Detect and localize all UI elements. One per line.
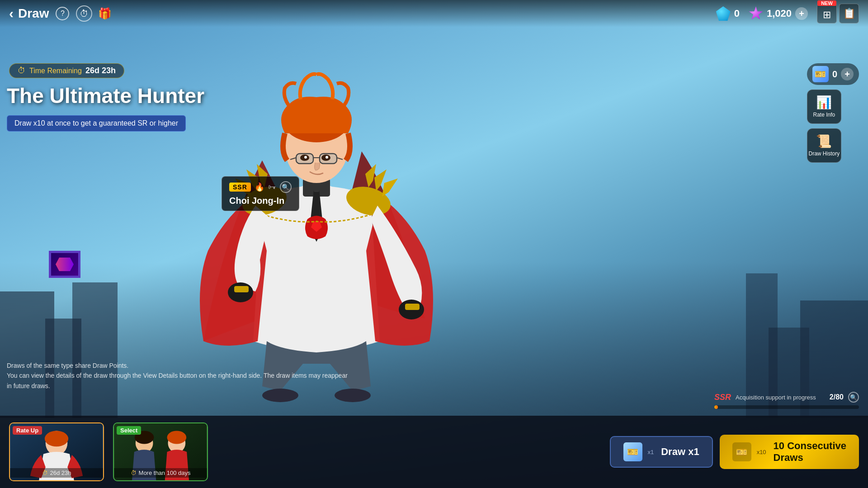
ssr-count: 2/80 <box>830 393 844 401</box>
svg-rect-19 <box>234 286 249 292</box>
ssr-badge: SSR <box>229 183 251 192</box>
draw-single-label: Draw x1 <box>661 446 699 458</box>
select-time-value: More than 100 days <box>139 469 191 476</box>
new-badge: NEW <box>817 0 836 6</box>
banner-title: The Ultimate Hunter <box>7 84 204 108</box>
svg-point-15 <box>304 156 307 159</box>
document-icon: 📋 <box>843 8 855 19</box>
help-button[interactable]: ? <box>56 7 69 20</box>
gem-currency: 0 <box>716 6 740 21</box>
draw-history-icon: 📜 <box>816 134 832 149</box>
fire-icon: 🔥 <box>255 182 264 192</box>
ssr-label: SSR <box>714 393 731 402</box>
gem-value: 0 <box>734 8 740 19</box>
key-icon: 🗝 <box>268 183 276 192</box>
top-bar: ‹ Draw ? ⏱ 🎁 0 1,020 + NEW ⊞ 📋 <box>0 0 868 27</box>
ssr-progress-description: Acquisition support in progress <box>736 394 825 401</box>
bottom-info-line1: Draws of the same type share Draw Points… <box>7 361 348 371</box>
ticket-count: 0 <box>832 69 837 80</box>
gift-button[interactable]: 🎁 <box>97 5 113 22</box>
top-right-icons: NEW ⊞ 📋 <box>817 4 859 23</box>
bottom-info-text: Draws of the same type share Draw Points… <box>7 361 348 391</box>
select-timer-icon: ⏱ <box>131 469 137 476</box>
select-label: Select <box>117 426 141 435</box>
character-detail-button[interactable]: 🔍 <box>280 181 292 193</box>
ssr-progress-bar-fill <box>714 405 718 409</box>
star-gem-icon <box>749 6 763 21</box>
bottom-info-line2: You can view the details of the draw thr… <box>7 371 348 380</box>
rate-up-banner-card[interactable]: Rate Up ⏱ 26d 23h <box>9 422 104 481</box>
document-button[interactable]: 📋 <box>839 4 859 23</box>
rate-up-timer: ⏱ 26d 23h <box>10 468 103 478</box>
select-timer: ⏱ More than 100 days <box>114 468 207 478</box>
grid-icon: ⊞ <box>823 9 831 21</box>
rate-up-time-value: 26d 23h <box>50 469 71 476</box>
star-gem-currency: 1,020 + <box>749 6 808 21</box>
right-action-buttons: 🎫 0 + 📊 Rate Info 📜 Draw History <box>807 63 859 163</box>
ssr-search-button[interactable]: 🔍 <box>848 392 859 403</box>
draw-ten-ticket-icon: 🎫 <box>732 442 751 461</box>
clock-button[interactable]: ⏱ <box>76 5 92 22</box>
ticket-icon: 🎫 <box>812 66 829 82</box>
page-title: Draw <box>18 6 49 21</box>
time-value: 26d 23h <box>85 66 116 75</box>
svg-point-25 <box>45 431 68 446</box>
draw-ten-multiplier: x10 <box>757 449 766 455</box>
rate-info-label: Rate Info <box>813 112 835 118</box>
grid-button[interactable]: NEW ⊞ <box>817 4 837 23</box>
gem-icon <box>716 6 731 21</box>
add-ticket-button[interactable]: + <box>841 68 854 80</box>
time-icon: ⏱ <box>18 66 26 75</box>
currency-bar: 0 1,020 + NEW ⊞ 📋 <box>716 4 859 23</box>
svg-point-16 <box>326 156 328 159</box>
draw-history-label: Draw History <box>809 150 840 157</box>
back-button[interactable]: ‹ Draw <box>9 6 56 21</box>
bottom-info-line3: in future draws. <box>7 381 348 391</box>
draw-ten-button[interactable]: 🎫 x10 10 ConsecutiveDraws <box>720 435 859 469</box>
ssr-progress-header: SSR Acquisition support in progress 2/80… <box>714 392 859 403</box>
ticket-display: 🎫 0 + <box>807 63 859 85</box>
draw-single-multiplier: x1 <box>648 449 654 455</box>
time-label: Time Remaining <box>29 67 82 75</box>
rate-up-timer-icon: ⏱ <box>42 469 48 476</box>
draw-buttons: 🎫 x1 Draw x1 🎫 x10 10 ConsecutiveDraws <box>610 435 859 469</box>
time-remaining-bar: ⏱ Time Remaining 26d 23h <box>9 63 124 78</box>
character-info-card: SSR 🔥 🗝 🔍 Choi Jong-In <box>222 176 299 211</box>
svg-point-30 <box>167 431 187 444</box>
svg-rect-20 <box>405 304 420 310</box>
bottom-panel: Rate Up ⏱ 26d 23h <box>0 416 868 488</box>
ssr-progress-bar-container <box>714 405 859 409</box>
character-badges: SSR 🔥 🗝 🔍 <box>229 181 292 193</box>
rate-info-button[interactable]: 📊 Rate Info <box>807 89 841 124</box>
star-gem-value: 1,020 <box>767 8 792 19</box>
draw-single-button[interactable]: 🎫 x1 Draw x1 <box>610 436 713 468</box>
select-banner-card[interactable]: Select ⏱ More than 100 days <box>113 422 208 481</box>
rate-up-label: Rate Up <box>13 426 42 435</box>
draw-single-ticket-icon: 🎫 <box>623 442 642 461</box>
draw-history-button[interactable]: 📜 Draw History <box>807 128 841 163</box>
character-name: Choi Jong-In <box>229 196 292 206</box>
rate-info-icon: 📊 <box>816 95 832 110</box>
ssr-progress-container: SSR Acquisition support in progress 2/80… <box>714 392 859 409</box>
back-arrow-icon: ‹ <box>9 6 14 21</box>
guarantee-text: Draw x10 at once to get a guaranteed SR … <box>7 115 186 131</box>
draw-ten-label: 10 ConsecutiveDraws <box>774 440 846 464</box>
add-star-gem-button[interactable]: + <box>795 7 808 20</box>
